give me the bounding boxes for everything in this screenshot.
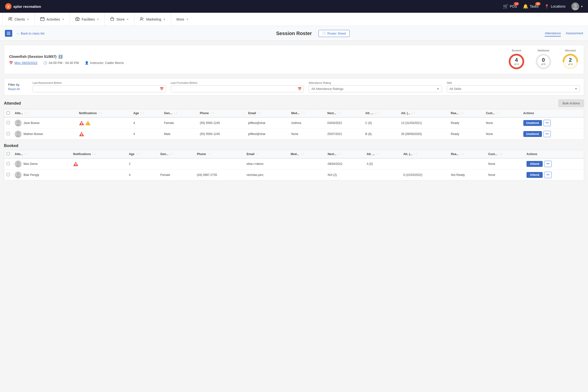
sort-icon[interactable]: ⋮⋮ bbox=[411, 112, 416, 114]
last-promotion-input-wrap: 📅 bbox=[171, 85, 304, 92]
sort-icon[interactable]: ⋮⋮ bbox=[496, 112, 500, 114]
sidebar-toggle-button[interactable] bbox=[5, 30, 12, 37]
attendance-rating-value: All Attendance Ratings bbox=[312, 87, 437, 91]
user-avatar-nav[interactable]: ▼ bbox=[571, 2, 583, 10]
col-age: Age⋮⋮ bbox=[126, 150, 158, 158]
attend-button[interactable]: Attend bbox=[526, 161, 543, 167]
tasks-nav-item[interactable]: 🔔 10 Tasks bbox=[523, 4, 538, 9]
age-cell: 4 bbox=[131, 128, 162, 140]
sort-icon[interactable]: ⋮⋮ bbox=[140, 112, 144, 114]
booked-table-body: Max Demo $ 2elise.r+demo08/04/2022A (5)N… bbox=[4, 158, 584, 180]
sort-icon[interactable]: ⋮⋮ bbox=[374, 112, 379, 114]
sort-icon[interactable]: ⋮⋮ bbox=[255, 153, 260, 155]
more-actions-button[interactable]: ••• bbox=[544, 161, 552, 167]
reset-all-link[interactable]: Reset All bbox=[8, 88, 28, 91]
nav-activities-label: Activities bbox=[46, 18, 60, 21]
session-date-link[interactable]: Mon 28/03/2022 bbox=[14, 61, 38, 65]
notification-icons: $ ! bbox=[79, 120, 128, 126]
sort-icon[interactable]: ⋮⋮ bbox=[460, 153, 464, 155]
nav-more[interactable]: More ▼ bbox=[171, 13, 194, 26]
sort-icon[interactable]: ⋮⋮ bbox=[337, 112, 342, 114]
notifications-cell: $ bbox=[76, 128, 131, 140]
last-assessment-input[interactable] bbox=[33, 86, 158, 92]
svg-rect-9 bbox=[7, 32, 10, 32]
attended-select-all-checkbox[interactable] bbox=[6, 111, 10, 114]
sort-icon[interactable]: ⋮⋮ bbox=[207, 153, 212, 155]
last-promotion-input[interactable] bbox=[171, 86, 296, 92]
more-actions-button[interactable]: ••• bbox=[544, 172, 552, 178]
roster-sheet-button[interactable]: 📄 Roster Sheet bbox=[318, 30, 350, 37]
phone-cell bbox=[194, 158, 244, 170]
row-checkbox[interactable] bbox=[6, 121, 10, 124]
user-avatar bbox=[15, 120, 22, 126]
bulk-actions-button[interactable]: Bulk Actions bbox=[558, 100, 584, 107]
nav-activities[interactable]: Activities ▼ bbox=[35, 13, 70, 26]
phone-cell: (55) 5565-1245 bbox=[198, 117, 246, 128]
unattend-button[interactable]: Unattend bbox=[523, 131, 542, 137]
page-tabs: Attendance Assessment bbox=[545, 30, 583, 36]
sort-icon[interactable]: ⋮⋮ bbox=[136, 153, 140, 155]
sort-icon[interactable]: ⋮⋮ bbox=[24, 153, 28, 155]
more-actions-button[interactable]: ••• bbox=[544, 131, 551, 137]
session-info-card: Clownfish (Session 51/857) ℹ️ 📅 Mon 28/0… bbox=[4, 45, 584, 74]
sort-icon[interactable]: ⋮⋮ bbox=[173, 112, 178, 114]
stat-attended-label: Attended bbox=[562, 49, 579, 52]
back-link-label: Back to class list bbox=[21, 32, 44, 35]
email-cell: jefftest@shar bbox=[246, 128, 289, 140]
sort-icon[interactable]: ⋮⋮ bbox=[170, 153, 174, 155]
sort-icon[interactable]: ⋮⋮ bbox=[413, 153, 418, 155]
stat-booked-label: Booked bbox=[508, 49, 525, 52]
locations-nav-item[interactable]: 📍 Locations bbox=[544, 4, 566, 9]
svg-text:$: $ bbox=[81, 133, 82, 136]
tab-assessment[interactable]: Assessment bbox=[566, 30, 583, 36]
nav-facilities[interactable]: Facilities ▼ bbox=[70, 13, 104, 26]
booked-select-all-header bbox=[4, 150, 12, 158]
tab-attendance[interactable]: Attendance bbox=[545, 30, 561, 36]
user-cell: Max Demo bbox=[15, 160, 68, 167]
sort-icon[interactable]: ⋮⋮ bbox=[300, 112, 305, 114]
unattend-button[interactable]: Unattend bbox=[523, 120, 542, 126]
sort-icon[interactable]: ⋮⋮ bbox=[460, 112, 464, 114]
sort-icon[interactable]: ⋮⋮ bbox=[376, 153, 380, 155]
attendee-cell: Max Demo bbox=[12, 158, 70, 170]
pos-nav-item[interactable]: 🛒 10 POS bbox=[503, 4, 517, 9]
sort-icon[interactable]: ⋮⋮ bbox=[498, 153, 503, 155]
next-assessment-cell: 03/04/2022 bbox=[325, 117, 363, 128]
row-checkbox[interactable] bbox=[6, 173, 10, 176]
calendar-icon[interactable]: 📅 bbox=[158, 86, 166, 92]
actions-cell: Unattend ••• bbox=[521, 117, 584, 128]
nav-clients[interactable]: Clients ▼ bbox=[2, 13, 35, 26]
sort-icon[interactable]: ⋮⋮ bbox=[300, 153, 304, 155]
info-icon[interactable]: ℹ️ bbox=[58, 55, 62, 58]
sort-icon[interactable]: ⋮⋮ bbox=[257, 112, 262, 114]
sort-icon[interactable]: ⋮⋮ bbox=[24, 112, 28, 114]
more-actions-button[interactable]: ••• bbox=[544, 120, 551, 126]
facilities-icon bbox=[75, 17, 80, 22]
att-rating-cell: C (6) bbox=[363, 117, 398, 128]
svg-text:$: $ bbox=[75, 163, 77, 166]
activities-icon bbox=[40, 17, 44, 22]
nav-store[interactable]: Store ▼ bbox=[104, 13, 134, 26]
att-rating-cell bbox=[364, 170, 401, 180]
row-checkbox[interactable] bbox=[6, 162, 10, 165]
col-next: Next...⋮⋮ bbox=[325, 150, 364, 158]
stat-waitlisted: Waitlisted 0 of 5 bbox=[535, 49, 552, 70]
svg-point-23 bbox=[17, 132, 20, 134]
attendance-rating-select[interactable]: All Attendance Ratings ▼ bbox=[309, 85, 442, 92]
sort-icon[interactable]: ⋮⋮ bbox=[98, 112, 102, 114]
marketing-icon bbox=[140, 17, 144, 22]
row-checkbox[interactable] bbox=[6, 132, 10, 135]
sort-icon[interactable]: ⋮⋮ bbox=[337, 153, 342, 155]
session-time-text: 04:00 PM - 04:30 PM bbox=[49, 61, 79, 65]
sort-icon[interactable]: ⋮⋮ bbox=[210, 112, 214, 114]
stats-area: Booked 4 of 4 Waitlisted 0 bbox=[508, 49, 579, 70]
nav-marketing[interactable]: Marketing ▼ bbox=[134, 13, 171, 26]
back-to-class-list-link[interactable]: ← Back to class list bbox=[16, 32, 44, 35]
skill-select[interactable]: All Skills ▼ bbox=[447, 85, 580, 92]
attend-button[interactable]: Attend bbox=[526, 172, 543, 178]
sort-icon[interactable]: ⋮⋮ bbox=[92, 153, 96, 155]
session-details: Clownfish (Session 51/857) ℹ️ 📅 Mon 28/0… bbox=[9, 54, 508, 65]
stat-waitlisted-circle: 0 of 5 bbox=[535, 53, 552, 70]
booked-select-all-checkbox[interactable] bbox=[6, 152, 10, 155]
calendar-icon[interactable]: 📅 bbox=[296, 86, 304, 92]
